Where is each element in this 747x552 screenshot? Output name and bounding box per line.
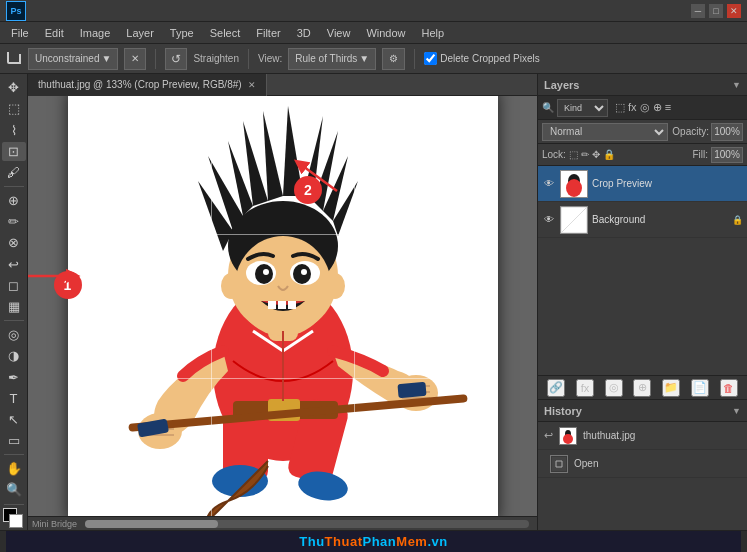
layers-panel-chevron[interactable]: ▼ [732,80,741,90]
filter-icons: ⬚ fx ◎ ⊕ ≡ [615,101,671,114]
tab-bar: thuthuat.jpg @ 133% (Crop Preview, RGB/8… [28,74,537,96]
menu-file[interactable]: File [4,25,36,41]
svg-point-49 [566,179,582,197]
tool-sep4 [4,504,24,505]
layer-item-background[interactable]: 👁 Background 🔒 [538,202,747,238]
history-item-name-1: Open [574,458,598,469]
menu-image[interactable]: Image [73,25,118,41]
search-icon: 🔍 [542,102,554,113]
layer-eye-crop-preview[interactable]: 👁 [542,177,556,191]
menu-help[interactable]: Help [415,25,452,41]
new-group-button[interactable]: 📁 [662,379,680,397]
toolbar: ✥ ⬚ ⌇ ⊡ 🖋 ⊕ ✏ ⊗ ↩ ◻ ▦ ◎ ◑ ✒ T ↖ ▭ ✋ 🔍 [0,74,28,530]
svg-point-35 [263,269,269,275]
history-brush-tool[interactable]: ↩ [2,255,26,274]
settings-button[interactable]: ⚙ [382,48,405,70]
history-item-1[interactable]: Open [538,450,747,478]
opacity-input[interactable] [711,123,743,141]
eyedropper-tool[interactable]: 🖋 [2,163,26,182]
close-button[interactable]: ✕ [727,4,741,18]
eraser-tool[interactable]: ◻ [2,276,26,295]
lock-image-icon[interactable]: ✏ [581,149,589,160]
svg-point-43 [325,273,345,299]
doc-canvas[interactable]: 1 [68,96,498,516]
move-tool[interactable]: ✥ [2,78,26,97]
bottom-scroll-bar[interactable]: Mini Bridge [28,516,537,530]
gradient-tool[interactable]: ▦ [2,297,26,316]
layer-thumb-background [560,206,588,234]
rotate-button[interactable]: ↺ [165,48,187,70]
svg-rect-54 [552,457,566,471]
pen-tool[interactable]: ✒ [2,367,26,386]
tab-close-button[interactable]: ✕ [248,80,256,90]
delete-cropped-label[interactable]: Delete Cropped Pixels [424,52,540,65]
svg-point-42 [221,273,241,299]
crop-tool[interactable]: ⊡ [2,142,26,161]
lock-label: Lock: [542,149,566,160]
blend-mode-select[interactable]: Normal Multiply Screen Overlay [542,123,668,141]
straighten-label: Straighten [193,53,239,64]
title-bar-controls[interactable]: ─ □ ✕ [691,4,741,18]
layer-eye-background[interactable]: 👁 [542,213,556,227]
mode-button[interactable]: Unconstrained ▼ [28,48,118,70]
watermark-text: ThuThuatPhanMem.vn [299,534,447,549]
delete-cropped-checkbox[interactable] [424,52,437,65]
sep1 [155,49,156,69]
layers-panel-header: Layers ▼ [538,74,747,96]
menu-type[interactable]: Type [163,25,201,41]
type-tool[interactable]: T [2,389,26,408]
clone-tool[interactable]: ⊗ [2,233,26,252]
select-tool[interactable]: ⬚ [2,99,26,118]
blur-tool[interactable]: ◎ [2,325,26,344]
shape-tool[interactable]: ▭ [2,431,26,450]
menu-layer[interactable]: Layer [119,25,161,41]
maximize-button[interactable]: □ [709,4,723,18]
layers-panel: Layers ▼ 🔍 Kind Name Effect ⬚ fx ◎ ⊕ ≡ N… [538,74,747,400]
add-mask-button[interactable]: ◎ [605,379,623,397]
delete-layer-button[interactable]: 🗑 [720,379,738,397]
path-tool[interactable]: ↖ [2,410,26,429]
menu-bar: File Edit Image Layer Type Select Filter… [0,22,747,44]
history-item-0[interactable]: ↩ thuthuat.jpg [538,422,747,450]
view-mode-button[interactable]: Rule of Thirds ▼ [288,48,376,70]
ps-logo: Ps [6,1,26,21]
menu-filter[interactable]: Filter [249,25,287,41]
lock-all-icon[interactable]: 🔒 [603,149,615,160]
canvas-content[interactable]: 1 2 [28,96,537,516]
new-fill-layer-button[interactable]: ⊕ [633,379,651,397]
menu-view[interactable]: View [320,25,358,41]
add-style-button[interactable]: fx [576,379,594,397]
history-item-name-0: thuthuat.jpg [583,430,635,441]
goku-illustration [68,96,498,516]
layers-panel-title: Layers [544,79,579,91]
blend-mode-bar: Normal Multiply Screen Overlay Opacity: [538,120,747,144]
history-panel-header: History ▼ [538,400,747,422]
healing-tool[interactable]: ⊕ [2,191,26,210]
history-panel-chevron[interactable]: ▼ [732,406,741,416]
dodge-tool[interactable]: ◑ [2,346,26,365]
hand-tool[interactable]: ✋ [2,459,26,478]
zoom-tool[interactable]: 🔍 [2,480,26,499]
minimize-button[interactable]: ─ [691,4,705,18]
clear-button[interactable]: ✕ [124,48,146,70]
history-thumb-1 [550,455,568,473]
layers-toolbar: 🔗 fx ◎ ⊕ 📁 📄 🗑 [538,375,747,399]
canvas-tab[interactable]: thuthuat.jpg @ 133% (Crop Preview, RGB/8… [28,74,267,96]
history-panel-title: History [544,405,582,417]
menu-select[interactable]: Select [203,25,248,41]
lock-pixels-icon[interactable]: ⬚ [569,149,578,160]
link-layers-button[interactable]: 🔗 [547,379,565,397]
fill-input[interactable] [711,147,743,163]
history-state-icon-0: ↩ [544,429,553,442]
fg-bg-colors[interactable] [3,508,25,526]
view-label: View: [258,53,282,64]
lock-position-icon[interactable]: ✥ [592,149,600,160]
new-layer-button[interactable]: 📄 [691,379,709,397]
lasso-tool[interactable]: ⌇ [2,120,26,139]
layer-item-crop-preview[interactable]: 👁 Crop Preview [538,166,747,202]
menu-3d[interactable]: 3D [290,25,318,41]
brush-tool[interactable]: ✏ [2,212,26,231]
kind-select[interactable]: Kind Name Effect [557,99,608,117]
menu-window[interactable]: Window [359,25,412,41]
menu-edit[interactable]: Edit [38,25,71,41]
